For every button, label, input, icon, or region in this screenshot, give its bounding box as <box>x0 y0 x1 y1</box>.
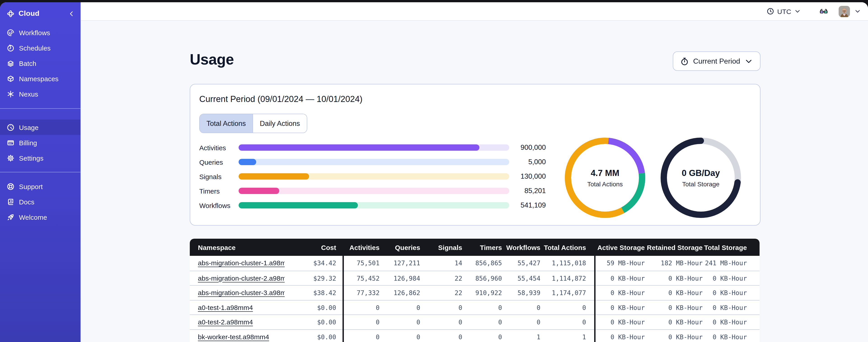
schedules-icon <box>7 44 14 52</box>
column-header-retained_storage: Retained Storage <box>645 243 703 251</box>
cell-timers: 0 <box>462 329 502 342</box>
stopwatch-icon <box>680 57 689 65</box>
account-chevron-down-icon[interactable] <box>855 8 861 14</box>
period-select-button[interactable]: Current Period <box>673 52 761 71</box>
nexus-icon <box>7 90 14 98</box>
cell-workflows: 55,427 <box>502 256 540 271</box>
cell-namespace: abs-migration-cluster-2.a98mm4 <box>190 271 285 285</box>
cell-total_actions: 1,174,077 <box>540 285 594 300</box>
sidebar-nav-footer: SupportDocsWelcome <box>0 179 81 225</box>
sidebar-item-namespaces[interactable]: Namespaces <box>0 71 81 86</box>
column-header-signals: Signals <box>420 243 462 251</box>
namespace-link[interactable]: a0-test-1.a98mm4 <box>198 303 253 311</box>
cell-workflows: 58,939 <box>502 285 540 300</box>
sidebar-item-support[interactable]: Support <box>0 179 81 194</box>
cell-cost: $29.32 <box>285 271 342 285</box>
sidebar-item-nexus[interactable]: Nexus <box>0 86 81 102</box>
namespace-link[interactable]: abs-migration-cluster-3.a98mm4 <box>198 289 285 297</box>
column-header-namespace: Namespace <box>190 243 285 251</box>
sidebar-item-settings[interactable]: Settings <box>0 150 81 166</box>
cell-workflows: 1 <box>502 329 540 342</box>
table-row: abs-migration-cluster-2.a98mm4$29.3275,4… <box>190 271 760 285</box>
cell-namespace: bk-worker-test.a98mm4 <box>190 329 285 342</box>
cell-queries: 126,984 <box>379 271 420 285</box>
namespace-link[interactable]: abs-migration-cluster-2.a98mm4 <box>198 274 285 282</box>
bar-fill <box>239 159 256 165</box>
sidebar-item-billing[interactable]: Billing <box>0 135 81 150</box>
namespaces-icon <box>7 75 14 82</box>
bar-track <box>239 144 509 151</box>
namespace-link[interactable]: a0-test-2.a98mm4 <box>198 318 253 326</box>
timezone-selector[interactable]: UTC <box>767 7 801 15</box>
donut-value: 4.7 MM <box>591 168 619 178</box>
avatar[interactable] <box>839 6 850 17</box>
cell-cost: $0.00 <box>285 300 342 314</box>
topbar: UTC <box>81 2 868 21</box>
tab-daily-actions[interactable]: Daily Actions <box>253 114 307 133</box>
bar-value: 85,201 <box>509 187 546 195</box>
cell-signals: 22 <box>420 285 462 300</box>
cell-workflows: 0 <box>502 314 540 329</box>
cell-signals: 0 <box>420 329 462 342</box>
sidebar-item-usage[interactable]: Usage <box>0 119 81 135</box>
cell-signals: 0 <box>420 314 462 329</box>
bar-label: Timers <box>199 187 239 195</box>
namespace-link[interactable]: bk-worker-test.a98mm4 <box>198 333 269 340</box>
column-header-cost: Cost <box>285 243 342 251</box>
cell-retained_storage: 182 MB-Hour <box>645 256 703 271</box>
cell-total_storage: 241 MB-Hour <box>703 256 760 271</box>
cell-queries: 0 <box>379 300 420 314</box>
table-row: bk-worker-test.a98mm4$0.000000110 KB-Hou… <box>190 329 760 342</box>
page-title: Usage <box>190 50 868 69</box>
cell-active_storage: 0 KB-Hour <box>595 329 645 342</box>
support-icon <box>7 182 14 190</box>
cell-retained_storage: 0 KB-Hour <box>645 314 703 329</box>
cell-queries: 0 <box>379 329 420 342</box>
actions-tab-group: Total ActionsDaily Actions <box>199 114 307 133</box>
cell-active_storage: 0 KB-Hour <box>595 271 645 285</box>
usage-card-title: Current Period (09/01/2024 — 10/01/2024) <box>199 93 751 105</box>
donut-value: 0 GB/Day <box>682 168 720 178</box>
cell-total_storage: 0 KB-Hour <box>703 300 760 314</box>
sidebar-item-label: Billing <box>19 139 37 146</box>
sidebar-item-label: Workflows <box>19 29 50 36</box>
bar-value: 5,000 <box>509 158 546 166</box>
sidebar-nav-primary: WorkflowsSchedulesBatchNamespacesNexus <box>0 25 81 102</box>
brand-label: Cloud <box>19 9 39 18</box>
tab-total-actions[interactable]: Total Actions <box>200 114 253 133</box>
column-header-active_storage: Active Storage <box>595 243 645 251</box>
sidebar-collapse-icon[interactable] <box>68 10 75 17</box>
column-header-workflows: Workflows <box>502 243 540 251</box>
sidebar-item-label: Support <box>19 182 43 190</box>
cell-queries: 0 <box>379 314 420 329</box>
cell-retained_storage: 0 KB-Hour <box>645 285 703 300</box>
bar-fill <box>239 202 358 208</box>
sidebar-item-docs[interactable]: Docs <box>0 194 81 209</box>
sidebar-item-batch[interactable]: Batch <box>0 56 81 71</box>
cloud-logo-icon <box>7 10 14 18</box>
bar-row-queries: Queries5,000 <box>199 159 546 165</box>
cell-activities: 75,452 <box>344 271 379 285</box>
cell-total_actions: 1 <box>540 329 594 342</box>
cell-queries: 126,862 <box>379 285 420 300</box>
bar-value: 541,109 <box>509 201 546 209</box>
glasses-icon[interactable] <box>819 7 829 15</box>
sidebar-item-schedules[interactable]: Schedules <box>0 40 81 56</box>
cell-activities: 0 <box>344 300 379 314</box>
cell-total_actions: 0 <box>540 314 594 329</box>
bar-value: 130,000 <box>509 172 546 180</box>
table-body: abs-migration-cluster-1.a98mm4$34.4275,5… <box>190 256 760 342</box>
bar-track <box>239 159 509 165</box>
usage-card: Current Period (09/01/2024 — 10/01/2024)… <box>190 84 761 226</box>
cell-workflows: 0 <box>502 300 540 314</box>
bar-row-activities: Activities900,000 <box>199 144 546 151</box>
cell-timers: 0 <box>462 300 502 314</box>
sidebar-item-welcome[interactable]: Welcome <box>0 209 81 225</box>
sidebar-item-workflows[interactable]: Workflows <box>0 25 81 40</box>
cell-total_storage: 0 KB-Hour <box>703 314 760 329</box>
namespace-link[interactable]: abs-migration-cluster-1.a98mm4 <box>198 259 285 267</box>
column-header-total_actions: Total Actions <box>540 243 594 251</box>
sidebar-divider <box>0 108 81 109</box>
cell-signals: 0 <box>420 300 462 314</box>
table-row: abs-migration-cluster-3.a98mm4$38.4277,3… <box>190 285 760 300</box>
